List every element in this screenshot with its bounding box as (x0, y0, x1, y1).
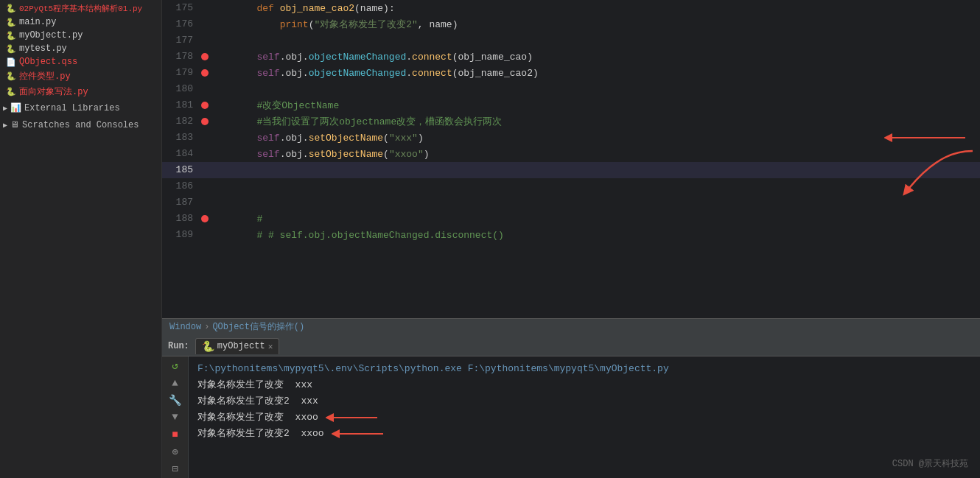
code-line-176[interactable]: 176 print("对象名称发生了改变2", name) (162, 16, 980, 32)
settings-button[interactable]: 🔧 (167, 394, 183, 407)
code-line-188[interactable]: 188 # (162, 211, 980, 227)
output-line-3: 对象名称发生了改变 xxoo (197, 410, 318, 426)
sidebar-item-label: myObjectt.py (19, 30, 83, 41)
line-number: 181 (168, 97, 199, 113)
run-output: F:\pythonitems\mypyqt5\.env\Scripts\pyth… (189, 356, 980, 478)
code-line-177[interactable]: 177 (162, 32, 980, 49)
sidebar-item-02pyqt5[interactable]: 🐍 02PyQt5程序基本结构解析01.py (0, 1, 161, 15)
run-tab-icon: 🐍 (202, 340, 214, 353)
gutter-181 (199, 102, 211, 109)
sidebar-item-qobjectqss[interactable]: 📄 QObject.qss (0, 55, 161, 68)
code-line-182[interactable]: 182 #当我们设置了两次objectname改变，槽函数会执行两次 (162, 113, 980, 130)
chevron-right-icon: ▶ (3, 104, 7, 113)
python-file-icon: 🐍 (6, 4, 16, 13)
python-file-icon: 🐍 (6, 71, 16, 81)
line-number: 175 (168, 0, 199, 16)
output-line-3-wrapper: 对象名称发生了改变 xxoo (197, 410, 971, 426)
line-number: 188 (168, 211, 199, 227)
code-text: def obj_name_cao2(name): (211, 3, 395, 14)
sidebar-item-label: 02PyQt5程序基本结构解析01.py (19, 3, 142, 14)
run-tab-bar: Run: 🐍 myObjectt ✕ (162, 336, 980, 356)
code-line-178[interactable]: 178 self.obj.objectNameChanged.connect(o… (162, 49, 980, 65)
sidebar-section-external-libraries[interactable]: ▶ 📊 External Libraries (0, 99, 161, 116)
breadcrumb-method[interactable]: QObject信号的操作() (212, 320, 304, 333)
breadcrumb: Window › QObject信号的操作() (169, 320, 304, 333)
collapse-button[interactable]: ⊟ (167, 463, 183, 475)
close-tab-button[interactable]: ✕ (268, 342, 273, 351)
output-line-2: 对象名称发生了改变2 xxx (197, 393, 971, 410)
line-number: 184 (168, 146, 199, 162)
run-tab-myobjext[interactable]: 🐍 myObjectt ✕ (195, 338, 279, 354)
sidebar-item-main[interactable]: 🐍 main.py (0, 15, 161, 29)
code-text: self.obj.setObjectName("xxx") (211, 133, 424, 144)
line-number: 180 (168, 81, 199, 97)
gutter-179 (199, 69, 211, 77)
breadcrumb-window[interactable]: Window (169, 322, 201, 332)
sidebar-item-label: main.py (19, 17, 56, 27)
code-line-185[interactable]: 185 (162, 162, 980, 178)
code-line-179[interactable]: 179 self.obj.objectNameChanged.connect(o… (162, 65, 980, 81)
line-number: 176 (168, 16, 199, 32)
line-number: 185 (168, 162, 199, 178)
restart-button[interactable]: ↺ (167, 359, 183, 372)
sidebar-section-label: External Libraries (24, 103, 120, 113)
python-file-icon: 🐍 (6, 44, 16, 54)
code-line-181[interactable]: 181 #改变ObjectName (162, 97, 980, 113)
sidebar-section-label: Scratches and Consoles (22, 120, 139, 130)
output-line-4-wrapper: 对象名称发生了改变2 xxoo (197, 426, 971, 442)
output-arrow-2 (332, 426, 391, 441)
qss-file-icon: 📄 (6, 57, 16, 67)
sidebar-item-mytest[interactable]: 🐍 mytest.py (0, 42, 161, 55)
output-line-1: 对象名称发生了改变 xxx (197, 377, 971, 393)
code-text: self.obj.objectNameChanged.connect(obj_n… (211, 68, 539, 79)
code-text: self.obj.setObjectName("xxoo") (211, 149, 430, 160)
code-line-187[interactable]: 187 (162, 194, 980, 211)
sidebar: 🐍 02PyQt5程序基本结构解析01.py 🐍 main.py 🐍 myObj… (0, 0, 162, 478)
line-number: 183 (168, 130, 199, 146)
code-line-184[interactable]: 184 self.obj.setObjectName("xxoo") (162, 146, 980, 162)
code-line-180[interactable]: 180 (162, 81, 980, 97)
code-container[interactable]: 175 def obj_name_cao2(name): 176 print("… (162, 0, 980, 318)
code-text: # (211, 214, 262, 225)
sidebar-item-label: mytest.py (19, 43, 67, 54)
code-text: # # self.obj.objectNameChanged.disconnec… (211, 230, 504, 241)
code-text: #当我们设置了两次objectname改变，槽函数会执行两次 (211, 115, 502, 128)
run-sidebar: ↺ ▲ 🔧 ▼ ■ ⊕ ⊟ (162, 356, 189, 478)
editor-area: 175 def obj_name_cao2(name): 176 print("… (162, 0, 980, 334)
run-panel: Run: 🐍 myObjectt ✕ ↺ ▲ 🔧 ▼ ■ ⊕ ⊟ (162, 334, 980, 478)
code-line-186[interactable]: 186 (162, 178, 980, 194)
output-arrow-1 (326, 410, 385, 425)
scroll-up-button[interactable]: ▲ (167, 376, 183, 389)
stop-button[interactable]: ■ (167, 428, 183, 440)
run-content: ↺ ▲ 🔧 ▼ ■ ⊕ ⊟ F:\pythonitems\mypyqt5\.en… (162, 356, 980, 478)
breadcrumb-separator: › (204, 322, 209, 332)
code-line-183[interactable]: 183 self.obj.setObjectName("xxx") (162, 130, 980, 146)
run-label: Run: (168, 341, 189, 351)
line-number: 179 (168, 65, 199, 81)
python-file-icon: 🐍 (6, 31, 16, 41)
chevron-right-icon: ▶ (3, 121, 7, 130)
sidebar-section-scratches[interactable]: ▶ 🖥 Scratches and Consoles (0, 116, 161, 133)
line-number: 186 (168, 178, 199, 194)
pin-button[interactable]: ⊕ (167, 445, 183, 457)
line-number: 182 (168, 113, 199, 130)
output-line-4: 对象名称发生了改变2 xxoo (197, 426, 324, 442)
sidebar-item-label: QObject.qss (19, 57, 77, 67)
sidebar-item-controls[interactable]: 🐍 控件类型.py (0, 68, 161, 84)
line-number: 177 (168, 32, 199, 49)
sidebar-item-oop[interactable]: 🐍 面向对象写法.py (0, 84, 161, 99)
sidebar-item-myobjext[interactable]: 🐍 myObjectt.py (0, 29, 161, 42)
code-text: self.obj.objectNameChanged.connect(obj_n… (211, 52, 533, 63)
code-line-189[interactable]: 189 # # self.obj.objectNameChanged.disco… (162, 227, 980, 243)
gutter-188 (199, 215, 211, 222)
gutter-182 (199, 118, 211, 125)
sidebar-item-label: 控件类型.py (19, 70, 71, 82)
line-number: 187 (168, 194, 199, 211)
python-file-icon: 🐍 (6, 87, 16, 96)
output-line-path: F:\pythonitems\mypyqt5\.env\Scripts\pyth… (197, 361, 971, 377)
status-bar: Window › QObject信号的操作() (162, 318, 980, 334)
code-line-175[interactable]: 175 def obj_name_cao2(name): (162, 0, 980, 16)
watermark: CSDN @景天科技苑 (892, 456, 968, 472)
scroll-down-button[interactable]: ▼ (167, 411, 183, 423)
gutter-178 (199, 53, 211, 60)
